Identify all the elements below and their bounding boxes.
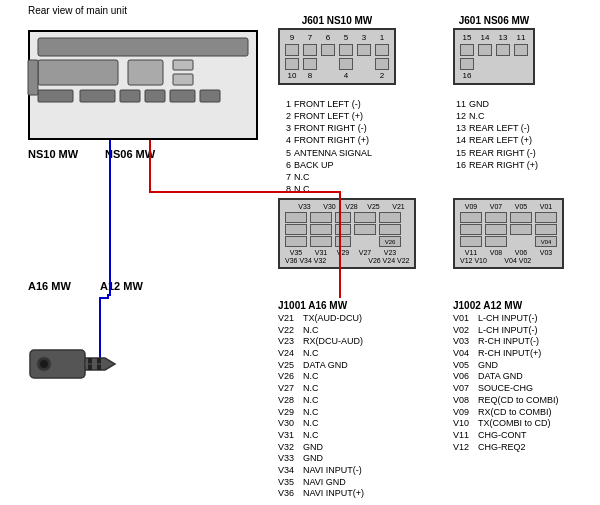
j1002-table: V01L-CH INPUT(-) V02L-CH INPUT(-) V03R-C…: [453, 313, 559, 453]
svg-rect-16: [97, 358, 101, 370]
a16-label: A16 MW: [28, 280, 71, 292]
diagram-title: Rear view of main unit: [28, 5, 127, 16]
diagram-container: Rear view of main unit NS10 MW NS06 MW A…: [0, 0, 600, 505]
j601-ns06-label: J601 NS06 MW: [453, 15, 535, 26]
j1001-connector: V33 V30 V28 V25 V21: [278, 198, 416, 269]
j601-ns06-connector: J601 NS06 MW 15 14 13 11 16: [453, 15, 535, 85]
j1001-label: J1001 A16 MW: [278, 300, 347, 311]
ns10-label: NS10 MW: [28, 148, 78, 160]
svg-point-17: [37, 357, 51, 371]
ns06-label: NS06 MW: [105, 148, 155, 160]
main-unit-box: [28, 30, 258, 140]
j1002-connector: V09 V07 V05 V01 V04: [453, 198, 564, 269]
svg-point-18: [40, 360, 48, 368]
j601-ns10-connector: J601 NS10 MW 9 7 6 5 3 1: [278, 15, 396, 85]
j1002-label: J1002 A12 MW: [453, 300, 522, 311]
svg-rect-15: [88, 358, 92, 370]
svg-marker-14: [85, 358, 115, 370]
j601-ns06-table: 11GND 12N.C 13REAR LEFT (-) 14REAR LEFT …: [453, 98, 538, 171]
a12-label: A12 MW: [100, 280, 143, 292]
svg-rect-13: [30, 350, 85, 378]
j1001-table: V21TX(AUD-DCU) V22N.C V23RX(DCU-AUD) V24…: [278, 313, 364, 500]
j601-ns10-label: J601 NS10 MW: [278, 15, 396, 26]
